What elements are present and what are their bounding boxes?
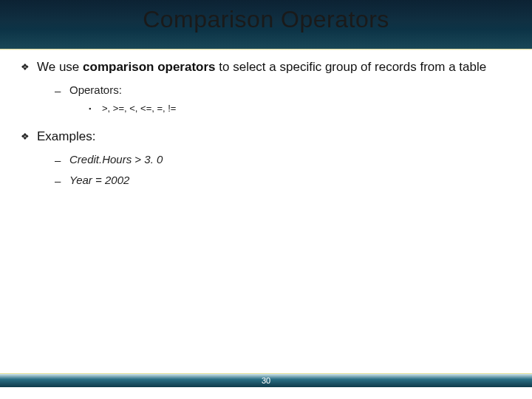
bullet-text: Year = 2002 bbox=[69, 174, 129, 186]
bullet-item: – Credit.Hours > 3. 0 bbox=[55, 153, 511, 166]
text-bold: comparison operators bbox=[83, 60, 216, 74]
bullet-item: ❖ Examples: bbox=[21, 129, 511, 146]
page-number: 30 bbox=[262, 376, 270, 385]
bullet-text: >, >=, <, <=, =, != bbox=[102, 103, 176, 114]
header-divider bbox=[0, 49, 532, 50]
bullet-item: – Year = 2002 bbox=[55, 174, 511, 187]
content-area: ❖ We use comparison operators to select … bbox=[21, 59, 511, 191]
bullet-item: ▪ >, >=, <, <=, =, != bbox=[89, 103, 511, 114]
diamond-bullet-icon: ❖ bbox=[21, 129, 37, 143]
bullet-item: – Operators: bbox=[55, 83, 511, 97]
dash-bullet-icon: – bbox=[55, 153, 69, 166]
diamond-bullet-icon: ❖ bbox=[21, 59, 37, 74]
square-bullet-icon: ▪ bbox=[89, 103, 102, 112]
bullet-item: ❖ We use comparison operators to select … bbox=[21, 59, 511, 76]
dash-bullet-icon: – bbox=[55, 174, 69, 187]
spacer bbox=[21, 114, 511, 129]
dash-bullet-icon: – bbox=[55, 83, 69, 97]
bullet-text: Credit.Hours > 3. 0 bbox=[69, 153, 163, 166]
slide-title: Comparison Operators bbox=[0, 6, 532, 33]
bullet-text: Operators: bbox=[69, 83, 122, 96]
bullet-text: Examples: bbox=[37, 129, 511, 146]
slide: Comparison Operators ❖ We use comparison… bbox=[0, 0, 532, 399]
bullet-text: We use comparison operators to select a … bbox=[37, 59, 511, 76]
text-part: to select a specific group of records fr… bbox=[216, 60, 487, 74]
footer-bar: 30 bbox=[0, 374, 532, 387]
text-part: We use bbox=[37, 60, 83, 74]
